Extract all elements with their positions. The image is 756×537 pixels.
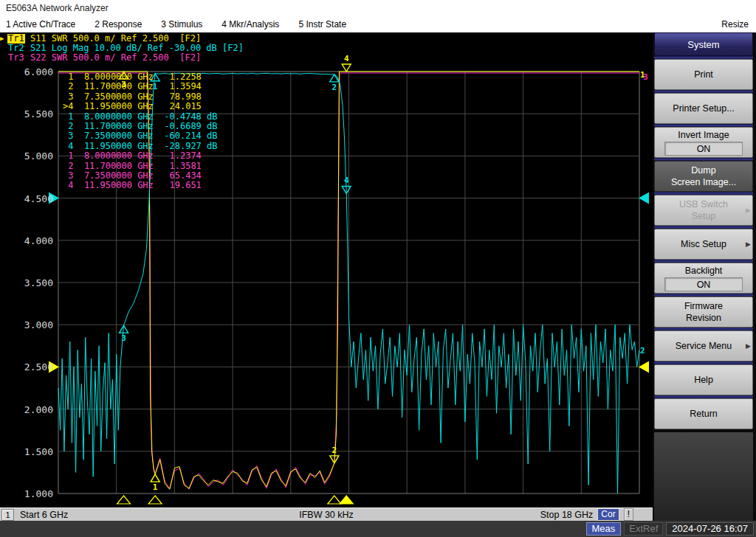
softkey-label: Help bbox=[694, 374, 713, 386]
marker-table-row: 1 8.0000000 GHz 1.2374 bbox=[63, 151, 218, 161]
softkey-label: Firmware bbox=[684, 300, 723, 312]
marker-table-row: 1 8.0000000 GHz 1.2258 bbox=[63, 72, 218, 82]
y-axis-label: 1.500 bbox=[9, 447, 53, 457]
softkey-state-toggle[interactable]: ON bbox=[664, 142, 743, 156]
marker-table-row: 4 11.950000 GHz -28.927 dB bbox=[63, 142, 218, 151]
softkey-misc-setup[interactable]: Misc Setup▶ bbox=[654, 229, 753, 260]
softkey-print[interactable]: Print bbox=[654, 59, 753, 90]
y-axis-label: 2.500 bbox=[9, 362, 53, 372]
ifbw-value: IFBW 30 kHz bbox=[0, 510, 653, 520]
status-bar: 1 Start 6 GHz IFBW 30 kHz Stop 18 GHz Co… bbox=[0, 507, 653, 521]
y-axis-label: 6.000 bbox=[9, 67, 53, 77]
softkey-help[interactable]: Help bbox=[654, 364, 753, 395]
marker-table-row: 4 11.950000 GHz 19.651 bbox=[63, 181, 218, 190]
menu-bar: 1 Active Ch/Trace2 Response3 Stimulus4 M… bbox=[0, 16, 756, 32]
softkey-invert-image[interactable]: Invert ImageON bbox=[654, 127, 753, 158]
menu-item-1[interactable]: 1 Active Ch/Trace bbox=[6, 19, 75, 30]
trace-info-tr3[interactable]: Tr3 S22 SWR 500.0 m/ Ref 2.500 [F2] bbox=[0, 53, 201, 63]
marker-1-number: 1 bbox=[153, 482, 158, 492]
y-axis-label: 5.500 bbox=[9, 109, 53, 119]
y-axis-label: 3.000 bbox=[9, 320, 53, 330]
softkey-label-line2: Screen Image... bbox=[671, 176, 736, 188]
softkey-dump[interactable]: DumpScreen Image... bbox=[654, 161, 753, 192]
y-axis-label: 1.000 bbox=[9, 489, 53, 499]
marker-table-row: 3 7.3500000 GHz 78.998 bbox=[63, 92, 218, 102]
softkey-label: Printer Setup... bbox=[673, 103, 734, 114]
softkey-menu-filler bbox=[654, 432, 753, 521]
softkey-return[interactable]: Return bbox=[654, 398, 753, 429]
softkey-label: Print bbox=[694, 69, 713, 80]
trace-format-label: S22 SWR 500.0 m/ Ref 2.500 [F2] bbox=[25, 53, 201, 63]
marker-4-number: 4 bbox=[344, 176, 349, 185]
submenu-arrow-icon: ▶ bbox=[746, 340, 751, 352]
extref-status-badge: ExtRef bbox=[624, 522, 663, 536]
window-title: E5063A Network Analyzer bbox=[6, 3, 109, 13]
marker-stimulus-indicator bbox=[148, 496, 162, 504]
marker-2-number: 2 bbox=[332, 83, 337, 92]
y-axis-label: 5.000 bbox=[9, 151, 53, 161]
active-marker-stimulus-indicator bbox=[340, 496, 353, 504]
trace-end-label-2: 2 bbox=[640, 346, 645, 356]
softkey-usb-switch: USB SwitchSetup▶ bbox=[654, 195, 753, 226]
softkey-service-menu[interactable]: Service Menu▶ bbox=[654, 330, 753, 361]
softkey-firmware[interactable]: FirmwareRevision bbox=[654, 297, 753, 328]
softkey-label: Return bbox=[690, 408, 718, 420]
trace-end-label-3: 3 bbox=[643, 72, 648, 82]
softkey-label: Backlight bbox=[685, 265, 723, 277]
menu-item-5[interactable]: 5 Instr State bbox=[298, 19, 346, 30]
menu-item-2[interactable]: 2 Response bbox=[94, 19, 142, 30]
meas-status-badge: Meas bbox=[586, 522, 622, 536]
marker-table-row: 2 11.700000 GHz -0.6689 dB bbox=[63, 122, 218, 131]
reference-level-arrow-right bbox=[639, 193, 649, 204]
y-axis-label: 3.500 bbox=[9, 278, 53, 288]
analyzer-display: 12341234132 ▶Tr1 S11 SWR 500.0 m/ Ref 2.… bbox=[0, 32, 653, 507]
softkey-label-line2: Revision bbox=[686, 312, 721, 324]
trace-id: Tr3 bbox=[7, 53, 25, 63]
y-axis-label: 4.000 bbox=[9, 236, 53, 246]
softkey-state-toggle[interactable]: ON bbox=[664, 277, 743, 291]
marker-table-row: 3 7.3500000 GHz 65.434 bbox=[63, 171, 218, 181]
marker-table-row: 1 8.0000000 GHz -0.4748 dB bbox=[63, 112, 218, 122]
marker-table-row: 2 11.700000 GHz 1.3594 bbox=[63, 82, 218, 91]
active-trace-arrow-icon: ▶ bbox=[0, 34, 7, 44]
marker-table: 1 8.0000000 GHz 1.2258 2 11.700000 GHz 1… bbox=[63, 72, 218, 191]
y-axis-label: 4.500 bbox=[9, 194, 53, 204]
marker-table-row: 2 11.700000 GHz 1.3581 bbox=[63, 162, 218, 171]
datetime-display: 2024-07-26 16:07 bbox=[666, 522, 754, 536]
marker-2-number: 2 bbox=[332, 446, 337, 455]
resize-button[interactable]: Resize bbox=[721, 19, 749, 30]
window-title-bar: E5063A Network Analyzer bbox=[0, 0, 756, 16]
softkey-backlight[interactable]: BacklightON bbox=[654, 263, 753, 294]
softkey-label: Invert Image bbox=[678, 129, 729, 141]
softkey-label-line2: Setup bbox=[692, 210, 716, 222]
marker-stimulus-indicator bbox=[328, 496, 341, 504]
marker-table-row: >4 11.950000 GHz 24.015 bbox=[63, 102, 218, 111]
softkey-label: USB Switch bbox=[679, 198, 728, 210]
y-axis-label: 2.000 bbox=[9, 405, 53, 415]
softkey-menu-title: System bbox=[654, 32, 753, 56]
marker-table-row: 3 7.3500000 GHz -60.214 dB bbox=[63, 131, 218, 141]
softkey-label: Dump bbox=[691, 164, 715, 176]
softkey-label: Service Menu bbox=[676, 340, 732, 352]
submenu-arrow-icon: ▶ bbox=[746, 204, 751, 216]
marker-stimulus-indicator bbox=[117, 496, 131, 504]
marker-4-number: 4 bbox=[344, 54, 349, 63]
softkey-label: Misc Setup bbox=[681, 238, 726, 250]
menu-item-3[interactable]: 3 Stimulus bbox=[161, 19, 202, 30]
reference-level-arrow-right bbox=[639, 361, 649, 373]
softkey-printer-setup[interactable]: Printer Setup... bbox=[654, 93, 753, 124]
softkey-menu: System PrintPrinter Setup...Invert Image… bbox=[653, 32, 756, 521]
submenu-arrow-icon: ▶ bbox=[746, 238, 751, 250]
marker-4-glyph bbox=[342, 64, 351, 72]
menu-item-4[interactable]: 4 Mkr/Analysis bbox=[221, 19, 279, 30]
marker-3-number: 3 bbox=[121, 333, 126, 343]
instrument-status-bar: Meas ExtRef 2024-07-26 16:07 bbox=[0, 521, 756, 537]
